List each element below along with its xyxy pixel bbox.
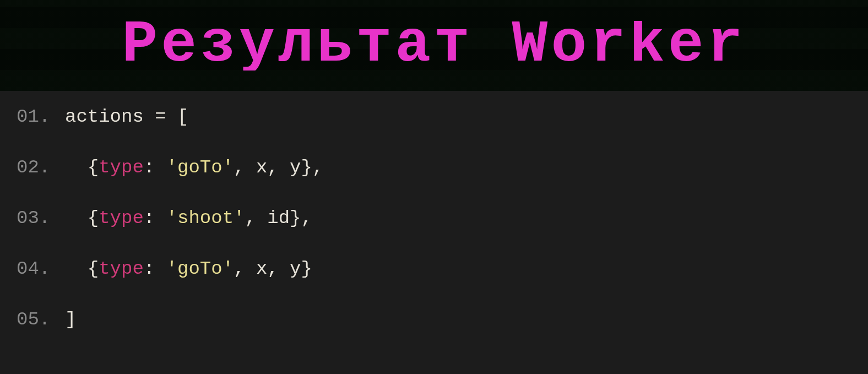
code-token: 'shoot' <box>166 208 245 229</box>
code-token: { <box>65 157 99 178</box>
slide-title-text: Результат Worker <box>122 21 746 71</box>
code-token: 'goTo' <box>166 258 234 279</box>
code-token: { <box>65 208 99 229</box>
code-token: actions = [ <box>65 106 188 127</box>
line-number: 03. <box>17 209 65 227</box>
code-panel: 01.actions = [02. {type: 'goTo', x, y},0… <box>0 91 868 374</box>
code-line: 02. {type: 'goTo', x, y}, <box>17 158 851 177</box>
line-number: 04. <box>17 259 65 278</box>
line-number: 05. <box>17 310 65 329</box>
code-content: {type: 'goTo', x, y}, <box>65 158 323 177</box>
code-token: 'goTo' <box>166 157 234 178</box>
code-content: ] <box>65 310 76 329</box>
code-token: type <box>99 157 144 178</box>
code-content: {type: 'shoot', id}, <box>65 209 312 227</box>
code-token: ] <box>65 309 76 330</box>
code-token: , x, y} <box>234 258 312 279</box>
code-token: , x, y}, <box>234 157 323 178</box>
code-token: : <box>144 208 166 229</box>
code-line: 04. {type: 'goTo', x, y} <box>17 259 851 278</box>
code-content: actions = [ <box>65 107 188 126</box>
code-block: 01.actions = [02. {type: 'goTo', x, y},0… <box>17 107 851 329</box>
slide-header: Результат Worker <box>0 0 868 91</box>
line-number: 02. <box>17 158 65 177</box>
code-token: type <box>99 258 144 279</box>
code-content: {type: 'goTo', x, y} <box>65 259 312 278</box>
code-line: 05.] <box>17 310 851 329</box>
code-token: type <box>99 208 144 229</box>
slide-title: Результат Worker <box>59 21 809 71</box>
code-token: , id}, <box>245 208 312 229</box>
code-token: : <box>144 258 166 279</box>
code-line: 03. {type: 'shoot', id}, <box>17 209 851 227</box>
code-token: : <box>144 157 166 178</box>
line-number: 01. <box>17 107 65 126</box>
code-line: 01.actions = [ <box>17 107 851 126</box>
code-token: { <box>65 258 99 279</box>
